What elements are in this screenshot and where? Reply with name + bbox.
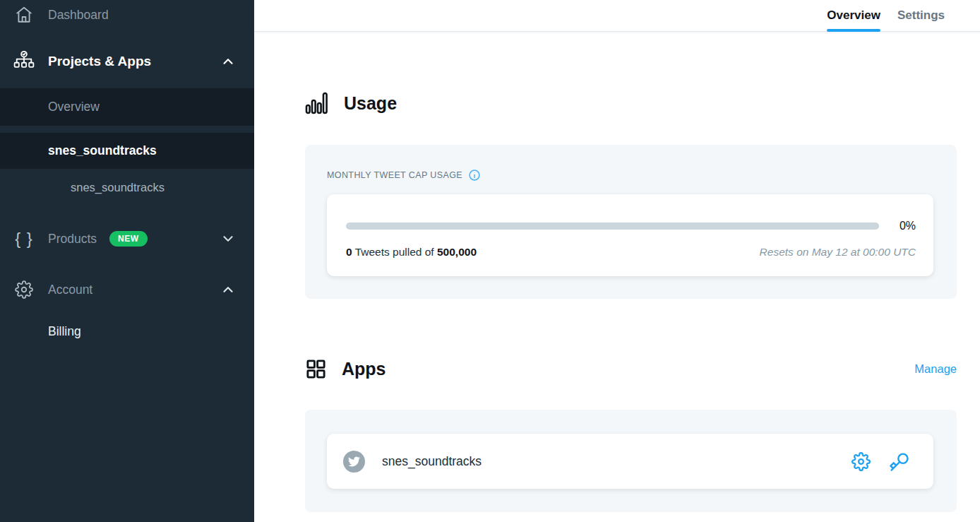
apps-title: Apps <box>342 359 386 379</box>
sidebar-item-billing[interactable]: Billing <box>0 317 254 345</box>
tweet-cap-progress-track <box>346 223 879 230</box>
sidebar-item-dashboard[interactable]: Dashboard <box>0 0 254 32</box>
bar-chart-icon <box>305 91 329 115</box>
home-icon <box>11 6 37 24</box>
chevron-up-icon <box>220 54 236 69</box>
new-badge: NEW <box>109 231 148 247</box>
sidebar-item-label: Products <box>48 232 97 247</box>
projects-apps-icon <box>11 50 37 73</box>
apps-section-header: Apps Manage <box>305 358 957 380</box>
sidebar-divider <box>0 126 254 133</box>
braces-icon: { } <box>11 230 37 247</box>
tab-bar: Overview Settings <box>827 1 945 31</box>
app-actions <box>851 451 909 472</box>
grid-icon <box>305 358 327 380</box>
app-row: snes_soundtracks <box>327 434 933 489</box>
page-header: Overview Settings <box>254 0 980 32</box>
tweet-cap-percent: 0% <box>879 220 916 232</box>
app-name: snes_soundtracks <box>382 454 482 469</box>
tab-overview[interactable]: Overview <box>827 1 880 31</box>
sidebar-item-products[interactable]: { } Products NEW <box>0 221 254 256</box>
content: Usage MONTHLY TWEET CAP USAGE 0% <box>254 32 980 522</box>
info-icon[interactable] <box>468 169 481 182</box>
sidebar-item-label: Billing <box>48 324 81 339</box>
twitter-avatar <box>343 451 365 473</box>
sidebar-item-app-snes-soundtracks[interactable]: snes_soundtracks <box>0 173 254 201</box>
tweet-cap-progress-card: 0% 0 Tweets pulled of 500,000 Resets on … <box>327 194 933 276</box>
chevron-up-icon <box>220 282 236 297</box>
tweet-cap-label: MONTHLY TWEET CAP USAGE <box>327 170 462 180</box>
sidebar-item-project-snes-soundtracks[interactable]: snes_soundtracks <box>0 133 254 169</box>
usage-title: Usage <box>344 93 397 114</box>
sidebar-item-label: snes_soundtracks <box>71 181 165 194</box>
manage-link[interactable]: Manage <box>914 362 957 376</box>
sidebar-item-account[interactable]: Account <box>0 272 254 307</box>
developer-portal: Dashboard Projects & Apps Overview snes_… <box>0 0 980 522</box>
sidebar-item-label: Dashboard <box>48 8 109 23</box>
sidebar-item-label: Account <box>48 283 92 297</box>
sidebar-item-label: snes_soundtracks <box>48 143 157 158</box>
tweet-cap-label-row: MONTHLY TWEET CAP USAGE <box>327 169 933 182</box>
usage-meta-row: 0 Tweets pulled of 500,000 Resets on May… <box>346 246 916 259</box>
usage-section-header: Usage <box>305 91 957 115</box>
tab-settings[interactable]: Settings <box>897 1 945 31</box>
sidebar-item-overview[interactable]: Overview <box>0 88 254 126</box>
app-keys-icon[interactable] <box>889 451 909 472</box>
app-settings-gear-icon[interactable] <box>851 452 871 471</box>
tweets-pulled-text: 0 Tweets pulled of 500,000 <box>346 246 477 259</box>
sidebar-item-label: Overview <box>48 100 100 114</box>
gear-icon <box>11 280 37 299</box>
main-area: Overview Settings Usage MONTHLY TWEET CA… <box>254 0 980 522</box>
sidebar-item-projects-apps[interactable]: Projects & Apps <box>0 43 254 80</box>
progress-row: 0% <box>346 220 916 232</box>
chevron-down-icon <box>220 231 236 247</box>
tweet-cap-card: MONTHLY TWEET CAP USAGE 0% 0 Tweets pull… <box>305 145 957 299</box>
sidebar: Dashboard Projects & Apps Overview snes_… <box>0 0 254 522</box>
apps-card: snes_soundtracks <box>305 410 957 512</box>
sidebar-item-label: Projects & Apps <box>48 54 151 69</box>
reset-date-text: Resets on May 12 at 00:00 UTC <box>760 246 916 259</box>
